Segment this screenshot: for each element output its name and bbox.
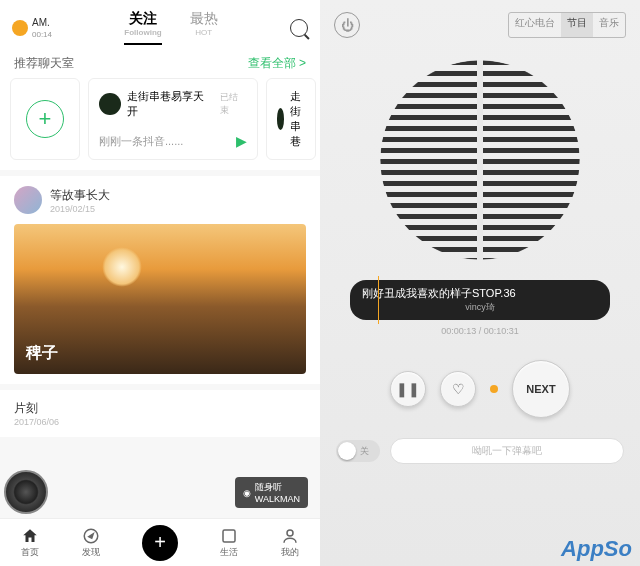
nav-home[interactable]: 首页: [21, 527, 39, 559]
plus-icon: +: [26, 100, 64, 138]
nav-life[interactable]: 生活: [220, 527, 238, 559]
power-button[interactable]: ⏻: [334, 12, 360, 38]
search-icon[interactable]: [290, 19, 308, 37]
track-title: 刚好丑成我喜欢的样子STOP.36: [362, 286, 598, 301]
avatar: [14, 186, 42, 214]
pause-button[interactable]: ❚❚: [390, 371, 426, 407]
sun-icon: [12, 20, 28, 36]
see-all-link[interactable]: 查看全部 >: [248, 55, 306, 72]
now-playing-disc[interactable]: [4, 470, 48, 514]
nav-discover[interactable]: 发现: [82, 527, 100, 559]
svg-rect-1: [223, 530, 235, 542]
indicator-dot: [490, 385, 498, 393]
speaker-grille: [380, 60, 580, 260]
walkman-badge[interactable]: ◉ 随身听WALKMAN: [235, 477, 308, 508]
next-button[interactable]: NEXT: [512, 360, 570, 418]
progress-marker: [378, 276, 379, 324]
post-date: 2017/06/06: [14, 417, 306, 427]
track-pill[interactable]: 刚好丑成我喜欢的样子STOP.36 vincy琦: [350, 280, 610, 320]
ended-badge: 已结束: [220, 91, 247, 117]
seg-program[interactable]: 节目: [561, 13, 593, 37]
segment-control: 红心电台 节目 音乐: [508, 12, 626, 38]
clock: AM.00:14: [12, 17, 52, 39]
rec-title: 推荐聊天室: [14, 55, 74, 72]
bottom-nav: 首页 发现 + 生活 我的: [0, 518, 320, 566]
track-artist: vincy琦: [362, 301, 598, 314]
nav-add-button[interactable]: +: [142, 525, 178, 561]
post-date: 2019/02/15: [50, 204, 110, 214]
danmu-toggle[interactable]: 关: [336, 440, 380, 462]
room-card[interactable]: 走街串巷: [266, 78, 316, 160]
room-name: 走街串巷易享天开: [127, 89, 214, 119]
avatar: [99, 93, 121, 115]
top-tabs: 关注Following 最热HOT: [52, 10, 290, 45]
room-card[interactable]: 走街串巷易享天开 已结束 刚刚一条抖音...... ▶: [88, 78, 258, 160]
add-room-card[interactable]: +: [10, 78, 80, 160]
post-author: 等故事长大: [50, 187, 110, 204]
seg-music[interactable]: 音乐: [593, 13, 625, 37]
post-image: 稗子: [14, 224, 306, 374]
play-icon[interactable]: ▶: [236, 133, 247, 149]
tab-following[interactable]: 关注Following: [124, 10, 161, 45]
avatar: [277, 108, 284, 130]
room-subtitle: 刚刚一条抖音......: [99, 134, 183, 149]
feed-post[interactable]: 等故事长大 2019/02/15 稗子: [0, 176, 320, 384]
appso-watermark: AppSo: [561, 536, 632, 562]
svg-point-2: [287, 530, 293, 536]
time-display: 00:00:13 / 00:10:31: [320, 326, 640, 336]
seg-heart-radio[interactable]: 红心电台: [509, 13, 561, 37]
headphone-icon: ◉: [243, 488, 251, 498]
room-name: 走街串巷: [290, 89, 305, 149]
feed-post[interactable]: 片刻 2017/06/06: [0, 390, 320, 437]
post-title: 稗子: [26, 343, 58, 364]
danmu-input[interactable]: 呦吼一下弹幕吧: [390, 438, 624, 464]
post-title: 片刻: [14, 400, 306, 417]
nav-mine[interactable]: 我的: [281, 527, 299, 559]
like-button[interactable]: ♡: [440, 371, 476, 407]
tab-hot[interactable]: 最热HOT: [190, 10, 218, 45]
